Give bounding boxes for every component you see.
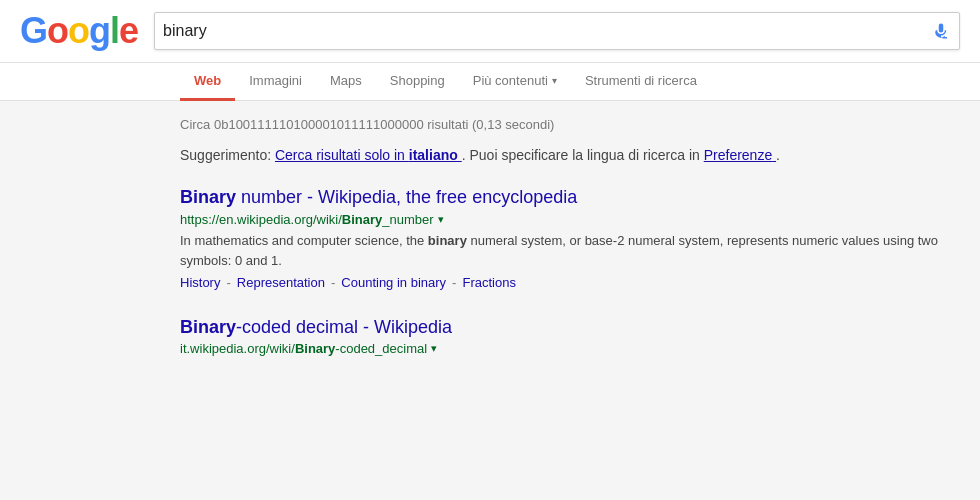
logo-g2: g — [89, 13, 110, 49]
result-2-url-bold: Binary — [295, 341, 335, 356]
search-bar — [154, 12, 960, 50]
nav-item-immagini[interactable]: Immagini — [235, 63, 316, 101]
nav-label-strumenti: Strumenti di ricerca — [585, 73, 697, 88]
nav-label-maps: Maps — [330, 73, 362, 88]
suggestion-suffix: . Puoi specificare la lingua di ricerca … — [462, 147, 704, 163]
nav-label-web: Web — [194, 73, 221, 88]
result-1-link-fractions[interactable]: Fractions — [462, 275, 515, 290]
result-1-link-counting[interactable]: Counting in binary — [341, 275, 446, 290]
nav-item-maps[interactable]: Maps — [316, 63, 376, 101]
nav-label-piu-contenuti: Più contenuti — [473, 73, 548, 88]
chevron-down-icon: ▾ — [552, 75, 557, 86]
preferences-link[interactable]: Preferenze — [704, 147, 776, 163]
results-info: Circa 0b100111110100001011111000000 risu… — [180, 117, 960, 132]
result-1-url: https://en.wikipedia.org/wiki/Binary_num… — [180, 212, 434, 227]
suggestion-link-text: Cerca risultati solo in italiano — [275, 147, 458, 163]
result-1-sep-2: - — [331, 275, 335, 290]
result-2-url-suffix: -coded_decimal — [335, 341, 427, 356]
result-2-url-line: it.wikipedia.org/wiki/Binary-coded_decim… — [180, 341, 960, 356]
result-1-title-bold: Binary — [180, 187, 236, 207]
result-1-links: History - Representation - Counting in b… — [180, 275, 960, 290]
result-1-sep-3: - — [452, 275, 456, 290]
result-1-url-suffix: _number — [382, 212, 433, 227]
suggestion-end: . — [776, 147, 780, 163]
header: G o o g l e — [0, 0, 980, 63]
google-logo: G o o g l e — [20, 13, 138, 49]
result-1-title-link[interactable]: Binary number - Wikipedia, the free ency… — [180, 187, 577, 207]
nav-label-shopping: Shopping — [390, 73, 445, 88]
preferences-link-text: Preferenze — [704, 147, 772, 163]
url-dropdown-arrow-2[interactable]: ▾ — [431, 342, 437, 355]
nav-item-shopping[interactable]: Shopping — [376, 63, 459, 101]
result-1-link-representation[interactable]: Representation — [237, 275, 325, 290]
nav-label-immagini: Immagini — [249, 73, 302, 88]
result-1-sep-1: - — [226, 275, 230, 290]
search-result-1: Binary number - Wikipedia, the free ency… — [180, 186, 960, 290]
result-1-url-bold: Binary — [342, 212, 382, 227]
result-2-title-rest: -coded decimal - Wikipedia — [236, 317, 452, 337]
result-2-url-prefix: it.wikipedia.org/wiki/ — [180, 341, 295, 356]
result-1-snippet: In mathematics and computer science, the… — [180, 231, 960, 271]
nav-item-web[interactable]: Web — [180, 63, 235, 101]
result-2-title-bold: Binary — [180, 317, 236, 337]
nav-item-strumenti[interactable]: Strumenti di ricerca — [571, 63, 711, 101]
content: Circa 0b100111110100001011111000000 risu… — [0, 101, 980, 398]
logo-o2: o — [68, 13, 89, 49]
search-result-2: Binary-coded decimal - Wikipedia it.wiki… — [180, 316, 960, 356]
nav-item-piu-contenuti[interactable]: Più contenuti ▾ — [459, 63, 571, 101]
logo-l: l — [110, 13, 119, 49]
microphone-icon[interactable] — [931, 21, 951, 41]
result-2-title-link[interactable]: Binary-coded decimal - Wikipedia — [180, 317, 452, 337]
result-2-url: it.wikipedia.org/wiki/Binary-coded_decim… — [180, 341, 427, 356]
logo-e: e — [119, 13, 138, 49]
result-1-title-rest: number - Wikipedia, the free encyclopedi… — [236, 187, 577, 207]
result-1-link-history[interactable]: History — [180, 275, 220, 290]
logo-g: G — [20, 13, 47, 49]
result-2-title: Binary-coded decimal - Wikipedia — [180, 316, 960, 339]
url-dropdown-arrow-1[interactable]: ▾ — [438, 213, 444, 226]
result-1-title: Binary number - Wikipedia, the free ency… — [180, 186, 960, 209]
result-1-url-prefix: https://en.wikipedia.org/wiki/ — [180, 212, 342, 227]
suggestion-link[interactable]: Cerca risultati solo in italiano — [275, 147, 462, 163]
nav-bar: Web Immagini Maps Shopping Più contenuti… — [0, 63, 980, 101]
logo-o1: o — [47, 13, 68, 49]
suggestion-prefix: Suggerimento: — [180, 147, 275, 163]
suggestion: Suggerimento: Cerca risultati solo in it… — [180, 144, 960, 166]
result-1-url-line: https://en.wikipedia.org/wiki/Binary_num… — [180, 212, 960, 227]
search-input[interactable] — [163, 22, 931, 40]
